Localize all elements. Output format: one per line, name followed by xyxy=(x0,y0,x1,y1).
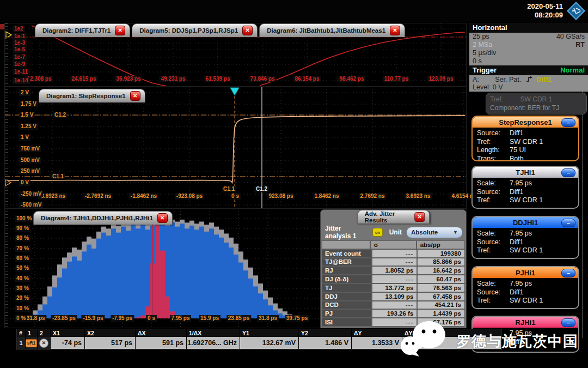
trigger-level-row: Level: 0 V xyxy=(469,83,588,92)
clock: 2020-05-11 08:20:09 xyxy=(527,2,563,20)
ghost-row: Tref: SW CDR 1 xyxy=(490,95,583,104)
result-value: 76.563 ps xyxy=(433,285,461,291)
ddj-histogram-bar xyxy=(82,251,87,318)
panel-row: Scale:7.95 ps xyxy=(477,230,574,238)
unit-dropdown[interactable]: Absolute ▼ xyxy=(406,227,463,238)
tab-bathtub-0[interactable]: Diagram2: DIFF1,TJTr1✕ xyxy=(35,23,130,37)
cursor-col-header: ΔX xyxy=(136,329,187,337)
bathtub-right-curve xyxy=(260,32,465,86)
watermark: 罗德与施瓦茨中国 xyxy=(395,319,578,359)
ddj-histogram-bar xyxy=(248,279,253,318)
minimize-button[interactable]: – xyxy=(561,219,575,227)
results-table-row: TJ13.772 ps76.563 ps xyxy=(322,283,465,292)
panel-body: Scale:7.95 psSource:Diff1Tref:SW CDR 1 xyxy=(473,178,578,207)
resolution-value: 25 ps xyxy=(473,33,489,40)
pj-histogram-bar xyxy=(160,251,165,318)
ddj-histogram-bar xyxy=(121,227,126,318)
result-name: DJ (δ-δ) xyxy=(322,275,372,283)
tab-label: Diagram1: StepResponse1 xyxy=(46,93,126,99)
panel-stepresponse1[interactable]: StepResponse1–Source:Diff1Tref:SW CDR 1L… xyxy=(471,116,579,161)
trigger-panel[interactable]: A: Ser. Pat. Diff1 Level: 0 V xyxy=(469,75,588,92)
ddj-histogram-bar xyxy=(72,257,77,318)
result-name: TJ@BER xyxy=(322,258,372,267)
horizontal-panel[interactable]: 25 ps 40 GSa/s 2 MSa RT 5 µs/div 0 s xyxy=(469,33,588,65)
ddj-histogram-bar xyxy=(194,230,199,318)
panel-row: Tref:SW CDR 1 xyxy=(477,297,574,305)
panel-row-value: Diff1 xyxy=(510,188,523,197)
panel-row-value: Diff1 xyxy=(510,238,523,247)
results-table-row: RJ1.8052 ps16.642 ps xyxy=(322,266,465,275)
cursor-col-header: X1 xyxy=(51,329,85,337)
cursor-col-header: 2 xyxy=(38,329,51,337)
close-icon[interactable]: ✕ xyxy=(157,213,168,223)
ghost-tref-label: Tref: xyxy=(490,95,503,103)
tab-bathtub-2[interactable]: Diagram6: JitBathtub1,JitBathtubMeas1✕ xyxy=(259,23,405,37)
close-icon[interactable]: ✕ xyxy=(390,26,400,35)
ddj-histogram-bar xyxy=(57,277,62,318)
ddj-histogram-bar xyxy=(47,297,52,318)
histogram-tab-row: Diagram4: TJHi1,DDJHi1,PJHi1,RJHi1 ✕ xyxy=(33,211,173,225)
panel-row-value: Both xyxy=(510,155,524,162)
panel-row-value: 7.95 ps xyxy=(510,230,532,238)
tab-label: Diagram6: JitBathtub1,JitBathtubMeas1 xyxy=(267,27,385,34)
tab-diagram1[interactable]: Diagram1: StepResponse1 ✕ xyxy=(39,89,145,102)
close-icon[interactable]: ✕ xyxy=(242,26,253,35)
tab-adv-jitter-results[interactable]: Adv. Jitter Results ✕ xyxy=(357,210,430,224)
minimize-button[interactable]: – xyxy=(561,168,575,177)
edge-marker xyxy=(0,24,4,29)
result-sigma: 193.26 fs xyxy=(372,309,417,318)
minimize-button[interactable]: – xyxy=(561,269,575,277)
unit-label: Unit xyxy=(389,228,402,236)
panel-row-label: Source: xyxy=(477,288,510,297)
enable-toggle[interactable]: on xyxy=(372,228,382,237)
panel-header-stepresponse1: StepResponse1– xyxy=(473,117,578,128)
oscilloscope-screen: 2020-05-11 08:20:09 12.308 ps24.615 ps36… xyxy=(0,0,588,368)
tab-bathtub-1[interactable]: Diagram5: DDJSp1,PJSp1,RJSp1✕ xyxy=(132,23,258,37)
ddj-histogram-bar xyxy=(77,261,82,318)
ddj-histogram-bar xyxy=(140,225,145,318)
result-abspp: 199380 xyxy=(417,249,465,258)
close-icon[interactable]: ✕ xyxy=(414,212,425,222)
cursor-col-header: 1 xyxy=(26,329,38,337)
step-tab-row: Diagram1: StepResponse1 ✕ xyxy=(39,89,145,102)
trigger-source: Diff1 xyxy=(536,76,552,83)
panel-tjhi1[interactable]: TJHi1–Scale:7.95 psSource:Diff1Tref:SW C… xyxy=(471,166,579,209)
result-value: --- xyxy=(406,258,414,265)
close-icon[interactable]: ✕ xyxy=(130,91,140,101)
panel-row-label: Tref: xyxy=(477,138,510,147)
ddj-histogram-bar xyxy=(116,233,121,318)
tab-diagram4[interactable]: Diagram4: TJHi1,DDJHi1,PJHi1,RJHi1 ✕ xyxy=(33,211,173,225)
result-value: 454.21 fs xyxy=(434,301,461,308)
date-label: 2020-05-11 xyxy=(527,2,563,11)
results-table-row: DJ (δ-δ)---60.47 ps xyxy=(322,275,465,283)
panel-row-value: Diff1 xyxy=(510,129,523,138)
panel-row: Source:Diff1 xyxy=(477,129,574,138)
acquisition-mode: RT xyxy=(575,41,585,49)
delete-cursor-icon[interactable]: ✕ xyxy=(39,339,48,348)
rs-logo-icon xyxy=(566,1,586,21)
ddj-histogram-bar xyxy=(42,304,47,318)
analysis-label: Jitter analysis 1 xyxy=(325,225,365,240)
tj-histogram-bar xyxy=(297,317,302,318)
result-value: --- xyxy=(406,301,414,308)
pj-histogram-bar xyxy=(140,316,145,318)
close-icon[interactable]: ✕ xyxy=(115,26,125,35)
panel-row-value: SW CDR 1 xyxy=(510,246,543,255)
tj-histogram-bar xyxy=(23,317,28,318)
ghost-component: Component: BER for TJ xyxy=(490,104,559,112)
trigger-level: Level: 0 V xyxy=(473,83,503,91)
minimize-button[interactable]: – xyxy=(561,118,575,127)
horizontal-title: Horizontal xyxy=(473,23,507,32)
results-table-row: TJ@BER---85.866 ps xyxy=(322,258,465,267)
ddj-histogram-bar xyxy=(283,316,287,318)
result-value: 13.772 ps xyxy=(385,285,414,291)
ddj-histogram-bar xyxy=(96,239,101,318)
ddj-histogram-bar xyxy=(126,231,131,318)
panel-ddjhi1[interactable]: DDJHi1–Scale:7.95 psSource:Diff1Tref:SW … xyxy=(471,216,579,259)
panel-pjhi1[interactable]: PJHi1–Scale:7.95 psSource:Diff1Tref:SW C… xyxy=(471,266,579,309)
cursor-col-header: Y1 xyxy=(240,329,299,337)
wechat-icon xyxy=(395,319,456,359)
ddj-histogram-bar xyxy=(185,228,189,318)
rising-edge-icon xyxy=(526,76,533,82)
panel-row: Trans:Both xyxy=(477,155,574,162)
